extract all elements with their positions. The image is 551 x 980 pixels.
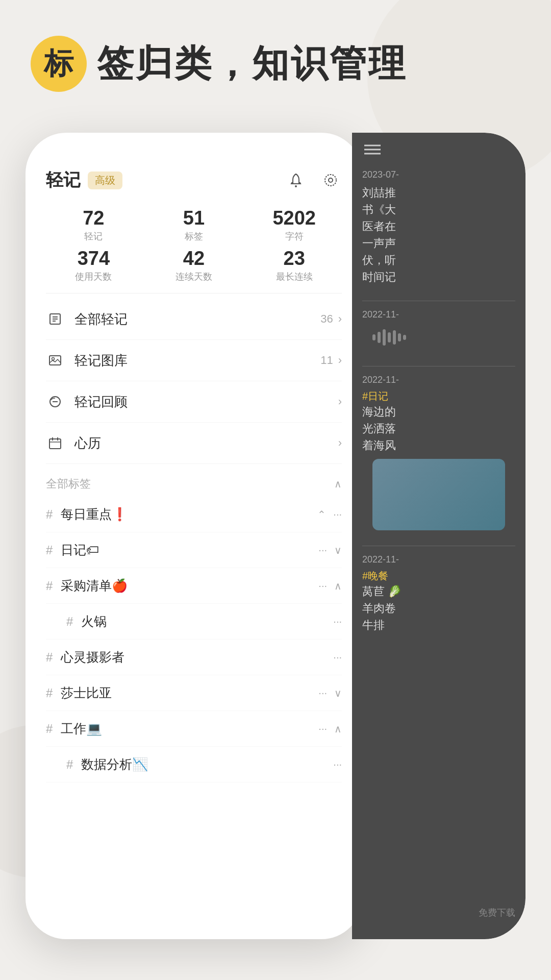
tag-item-left: # 日记🏷 [46, 542, 99, 558]
note-divider-3 [362, 546, 515, 546]
tag-daily-label: 每日重点❗ [61, 506, 128, 523]
tag-item-left: # 采购清单🍎 [46, 577, 128, 594]
tag-item-right: ··· ∨ [318, 544, 342, 556]
more-icon[interactable]: ··· [318, 544, 327, 556]
panel-hamburger-icon[interactable] [352, 133, 525, 169]
note-divider-1 [362, 301, 515, 301]
stat-tags-label: 标签 [146, 230, 242, 242]
gallery-label: 轻记图库 [74, 352, 128, 370]
stat-chars: 5202 字符 [246, 207, 342, 242]
note-date-1: 2023-07- [362, 169, 515, 180]
svg-rect-10 [49, 439, 61, 449]
menu-item-review[interactable]: 轻记回顾 › [46, 381, 342, 423]
gallery-count: 11 [320, 354, 333, 367]
tags-collapse-icon[interactable]: ∧ [334, 478, 342, 490]
tag-hash: # [66, 615, 73, 629]
gallery-icon [46, 351, 64, 370]
phone-wrapper: 轻记 高级 [26, 133, 525, 939]
more-icon[interactable]: ··· [333, 616, 342, 627]
wave-bar [372, 334, 375, 340]
more-icon[interactable]: ··· [318, 687, 327, 699]
right-panel: 2023-07- 刘喆推书《大医者在一声声伏，听时间记 2022-11- 202… [352, 133, 525, 939]
chevron-down-icon: ∨ [334, 687, 342, 699]
tag-item-shopping[interactable]: # 采购清单🍎 ··· ∧ [46, 568, 342, 604]
app-logo-area: 轻记 高级 [46, 168, 122, 192]
tag-hash: # [46, 722, 53, 736]
more-icon[interactable]: ··· [318, 723, 327, 734]
note-entry-3: 2022-11- #日记 海边的光洒落着海风 [352, 375, 525, 530]
stats-divider [46, 293, 342, 293]
more-icon[interactable]: ··· [318, 580, 327, 592]
all-notes-count: 36 [320, 312, 333, 326]
more-icon[interactable]: ··· [333, 758, 342, 770]
menu-list: 全部轻记 36 › [26, 299, 362, 464]
note-text-4: 莴苣 🥬羊肉卷牛排 [362, 583, 515, 633]
tag-item-hotpot[interactable]: # 火锅 ··· [46, 604, 342, 640]
more-icon[interactable]: ··· [333, 508, 342, 520]
wave-bar [393, 330, 396, 345]
tag-photographer-label: 心灵摄影者 [61, 649, 124, 666]
stat-days-used: 374 使用天数 [46, 248, 141, 283]
stat-notes-number: 72 [46, 207, 141, 229]
tag-item-photographer[interactable]: # 心灵摄影者 ··· [46, 640, 342, 675]
tag-diary-label: 日记🏷 [61, 542, 99, 558]
stat-tags-number: 51 [146, 207, 242, 229]
tag-hash: # [46, 543, 53, 557]
tag-data-analysis-label: 数据分析📉 [81, 756, 148, 773]
watermark: 免费下载 [479, 906, 515, 919]
notes-icon [46, 310, 64, 328]
tag-hash: # [46, 650, 53, 665]
calendar-icon [46, 434, 64, 452]
menu-item-calendar[interactable]: 心历 › [46, 423, 342, 464]
tag-item-work[interactable]: # 工作💻 ··· ∧ [46, 711, 342, 747]
tag-item-daily[interactable]: # 每日重点❗ ⌃ ··· [46, 497, 342, 532]
tag-item-diary[interactable]: # 日记🏷 ··· ∨ [46, 532, 342, 568]
svg-point-8 [52, 358, 55, 360]
stat-chars-label: 字符 [246, 230, 342, 242]
stat-notes: 72 轻记 [46, 207, 141, 242]
tag-list: # 每日重点❗ ⌃ ··· # 日记🏷 ··· ∨ [26, 497, 362, 782]
all-notes-right: 36 › [320, 312, 342, 326]
chevron-right-icon: › [338, 354, 342, 367]
note-tag-3: #日记 [362, 389, 515, 403]
stat-notes-label: 轻记 [46, 230, 141, 242]
phone-frame: 轻记 高级 [26, 133, 362, 939]
menu-item-gallery[interactable]: 轻记图库 11 › [46, 340, 342, 381]
tag-shopping-label: 采购清单🍎 [61, 577, 128, 594]
stat-days-used-number: 374 [46, 248, 141, 270]
bell-icon[interactable] [285, 169, 307, 191]
stat-chars-number: 5202 [246, 207, 342, 229]
tag-item-shakespeare[interactable]: # 莎士比亚 ··· ∨ [46, 675, 342, 711]
tags-section-title: 全部标签 [46, 476, 91, 492]
pin-icon: ⌃ [317, 508, 326, 521]
tag-hash: # [66, 757, 73, 772]
calendar-label: 心历 [74, 434, 101, 452]
note-entry-1: 2023-07- 刘喆推书《大医者在一声声伏，听时间记 [352, 169, 525, 285]
hero-badge: 标 [31, 36, 87, 92]
app-level-badge: 高级 [88, 172, 122, 189]
tag-item-right: ··· [333, 651, 342, 663]
note-text-1: 刘喆推书《大医者在一声声伏，听时间记 [362, 184, 515, 285]
tag-item-right: ··· [333, 616, 342, 627]
chevron-up-icon: ∧ [334, 723, 342, 735]
settings-icon[interactable] [319, 169, 342, 191]
tag-item-left: # 每日重点❗ [46, 506, 128, 523]
menu-item-left: 全部轻记 [46, 310, 128, 328]
menu-item-left: 轻记回顾 [46, 393, 128, 411]
tag-item-right: ··· ∨ [318, 687, 342, 699]
wave-bar [383, 329, 386, 346]
phone-notch [148, 133, 240, 151]
wave-bar [378, 332, 381, 343]
stat-streak: 42 连续天数 [146, 248, 242, 283]
tag-item-right: ··· ∧ [318, 580, 342, 592]
stat-tags: 51 标签 [146, 207, 242, 242]
stat-max-streak-label: 最长连续 [246, 271, 342, 283]
tag-item-data-analysis[interactable]: # 数据分析📉 ··· [46, 747, 342, 782]
app-content: 轻记 高级 [26, 158, 362, 939]
calendar-right: › [338, 436, 342, 450]
tag-work-label: 工作💻 [61, 720, 102, 737]
menu-item-all-notes[interactable]: 全部轻记 36 › [46, 299, 342, 340]
more-icon[interactable]: ··· [333, 651, 342, 663]
chevron-up-icon: ∧ [334, 580, 342, 592]
note-tag-4: #晚餐 [362, 569, 515, 583]
